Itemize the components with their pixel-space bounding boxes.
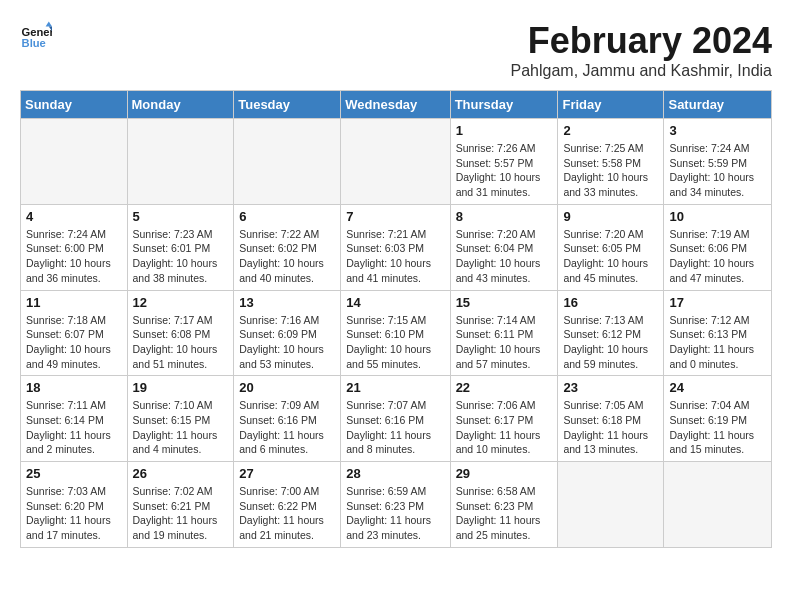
day-number: 7 — [346, 209, 444, 224]
day-number: 11 — [26, 295, 122, 310]
calendar-day-cell: 8Sunrise: 7:20 AM Sunset: 6:04 PM Daylig… — [450, 204, 558, 290]
day-number: 27 — [239, 466, 335, 481]
day-info: Sunrise: 7:14 AM Sunset: 6:11 PM Dayligh… — [456, 313, 553, 372]
calendar-day-cell: 23Sunrise: 7:05 AM Sunset: 6:18 PM Dayli… — [558, 376, 664, 462]
calendar-day-cell: 14Sunrise: 7:15 AM Sunset: 6:10 PM Dayli… — [341, 290, 450, 376]
day-number: 1 — [456, 123, 553, 138]
calendar-day-cell: 27Sunrise: 7:00 AM Sunset: 6:22 PM Dayli… — [234, 462, 341, 548]
header-day-saturday: Saturday — [664, 91, 772, 119]
calendar-week-row: 25Sunrise: 7:03 AM Sunset: 6:20 PM Dayli… — [21, 462, 772, 548]
logo-icon: General Blue — [20, 20, 52, 52]
day-info: Sunrise: 7:24 AM Sunset: 6:00 PM Dayligh… — [26, 227, 122, 286]
day-number: 3 — [669, 123, 766, 138]
calendar-day-cell: 21Sunrise: 7:07 AM Sunset: 6:16 PM Dayli… — [341, 376, 450, 462]
day-info: Sunrise: 7:20 AM Sunset: 6:05 PM Dayligh… — [563, 227, 658, 286]
day-info: Sunrise: 7:07 AM Sunset: 6:16 PM Dayligh… — [346, 398, 444, 457]
day-number: 5 — [133, 209, 229, 224]
day-number: 13 — [239, 295, 335, 310]
calendar-day-cell: 9Sunrise: 7:20 AM Sunset: 6:05 PM Daylig… — [558, 204, 664, 290]
title-area: February 2024 Pahlgam, Jammu and Kashmir… — [511, 20, 772, 80]
day-info: Sunrise: 7:12 AM Sunset: 6:13 PM Dayligh… — [669, 313, 766, 372]
calendar-day-cell — [127, 119, 234, 205]
calendar-day-cell — [558, 462, 664, 548]
day-info: Sunrise: 7:05 AM Sunset: 6:18 PM Dayligh… — [563, 398, 658, 457]
day-number: 2 — [563, 123, 658, 138]
calendar-day-cell — [234, 119, 341, 205]
day-number: 12 — [133, 295, 229, 310]
day-info: Sunrise: 7:26 AM Sunset: 5:57 PM Dayligh… — [456, 141, 553, 200]
header-day-tuesday: Tuesday — [234, 91, 341, 119]
calendar-day-cell — [21, 119, 128, 205]
day-number: 18 — [26, 380, 122, 395]
svg-text:Blue: Blue — [22, 37, 46, 49]
day-number: 9 — [563, 209, 658, 224]
calendar-day-cell: 11Sunrise: 7:18 AM Sunset: 6:07 PM Dayli… — [21, 290, 128, 376]
calendar-day-cell: 13Sunrise: 7:16 AM Sunset: 6:09 PM Dayli… — [234, 290, 341, 376]
day-number: 4 — [26, 209, 122, 224]
calendar-table: SundayMondayTuesdayWednesdayThursdayFrid… — [20, 90, 772, 548]
day-info: Sunrise: 6:59 AM Sunset: 6:23 PM Dayligh… — [346, 484, 444, 543]
day-number: 29 — [456, 466, 553, 481]
calendar-day-cell: 16Sunrise: 7:13 AM Sunset: 6:12 PM Dayli… — [558, 290, 664, 376]
day-info: Sunrise: 7:04 AM Sunset: 6:19 PM Dayligh… — [669, 398, 766, 457]
calendar-day-cell — [341, 119, 450, 205]
day-number: 17 — [669, 295, 766, 310]
day-info: Sunrise: 7:23 AM Sunset: 6:01 PM Dayligh… — [133, 227, 229, 286]
calendar-day-cell: 28Sunrise: 6:59 AM Sunset: 6:23 PM Dayli… — [341, 462, 450, 548]
calendar-day-cell: 18Sunrise: 7:11 AM Sunset: 6:14 PM Dayli… — [21, 376, 128, 462]
day-number: 16 — [563, 295, 658, 310]
calendar-week-row: 18Sunrise: 7:11 AM Sunset: 6:14 PM Dayli… — [21, 376, 772, 462]
day-info: Sunrise: 7:25 AM Sunset: 5:58 PM Dayligh… — [563, 141, 658, 200]
header: General Blue February 2024 Pahlgam, Jamm… — [20, 20, 772, 80]
day-info: Sunrise: 7:19 AM Sunset: 6:06 PM Dayligh… — [669, 227, 766, 286]
day-info: Sunrise: 7:00 AM Sunset: 6:22 PM Dayligh… — [239, 484, 335, 543]
day-number: 26 — [133, 466, 229, 481]
calendar-day-cell: 4Sunrise: 7:24 AM Sunset: 6:00 PM Daylig… — [21, 204, 128, 290]
day-info: Sunrise: 7:03 AM Sunset: 6:20 PM Dayligh… — [26, 484, 122, 543]
day-number: 20 — [239, 380, 335, 395]
day-number: 19 — [133, 380, 229, 395]
day-info: Sunrise: 7:20 AM Sunset: 6:04 PM Dayligh… — [456, 227, 553, 286]
calendar-day-cell: 6Sunrise: 7:22 AM Sunset: 6:02 PM Daylig… — [234, 204, 341, 290]
calendar-day-cell: 1Sunrise: 7:26 AM Sunset: 5:57 PM Daylig… — [450, 119, 558, 205]
day-info: Sunrise: 7:16 AM Sunset: 6:09 PM Dayligh… — [239, 313, 335, 372]
calendar-day-cell: 3Sunrise: 7:24 AM Sunset: 5:59 PM Daylig… — [664, 119, 772, 205]
header-day-friday: Friday — [558, 91, 664, 119]
day-number: 21 — [346, 380, 444, 395]
calendar-day-cell: 5Sunrise: 7:23 AM Sunset: 6:01 PM Daylig… — [127, 204, 234, 290]
day-info: Sunrise: 7:02 AM Sunset: 6:21 PM Dayligh… — [133, 484, 229, 543]
calendar-week-row: 11Sunrise: 7:18 AM Sunset: 6:07 PM Dayli… — [21, 290, 772, 376]
header-day-wednesday: Wednesday — [341, 91, 450, 119]
day-info: Sunrise: 7:10 AM Sunset: 6:15 PM Dayligh… — [133, 398, 229, 457]
day-number: 14 — [346, 295, 444, 310]
day-info: Sunrise: 7:15 AM Sunset: 6:10 PM Dayligh… — [346, 313, 444, 372]
day-number: 10 — [669, 209, 766, 224]
logo: General Blue — [20, 20, 52, 52]
svg-marker-2 — [46, 22, 52, 27]
day-info: Sunrise: 7:13 AM Sunset: 6:12 PM Dayligh… — [563, 313, 658, 372]
day-info: Sunrise: 7:24 AM Sunset: 5:59 PM Dayligh… — [669, 141, 766, 200]
calendar-day-cell: 29Sunrise: 6:58 AM Sunset: 6:23 PM Dayli… — [450, 462, 558, 548]
calendar-day-cell: 17Sunrise: 7:12 AM Sunset: 6:13 PM Dayli… — [664, 290, 772, 376]
day-number: 24 — [669, 380, 766, 395]
calendar-day-cell — [664, 462, 772, 548]
header-day-thursday: Thursday — [450, 91, 558, 119]
calendar-day-cell: 19Sunrise: 7:10 AM Sunset: 6:15 PM Dayli… — [127, 376, 234, 462]
calendar-week-row: 4Sunrise: 7:24 AM Sunset: 6:00 PM Daylig… — [21, 204, 772, 290]
day-info: Sunrise: 7:06 AM Sunset: 6:17 PM Dayligh… — [456, 398, 553, 457]
calendar-day-cell: 12Sunrise: 7:17 AM Sunset: 6:08 PM Dayli… — [127, 290, 234, 376]
location-subtitle: Pahlgam, Jammu and Kashmir, India — [511, 62, 772, 80]
day-number: 28 — [346, 466, 444, 481]
calendar-day-cell: 7Sunrise: 7:21 AM Sunset: 6:03 PM Daylig… — [341, 204, 450, 290]
calendar-week-row: 1Sunrise: 7:26 AM Sunset: 5:57 PM Daylig… — [21, 119, 772, 205]
day-info: Sunrise: 7:18 AM Sunset: 6:07 PM Dayligh… — [26, 313, 122, 372]
svg-text:General: General — [22, 26, 52, 38]
header-day-sunday: Sunday — [21, 91, 128, 119]
day-info: Sunrise: 7:17 AM Sunset: 6:08 PM Dayligh… — [133, 313, 229, 372]
day-number: 15 — [456, 295, 553, 310]
calendar-day-cell: 22Sunrise: 7:06 AM Sunset: 6:17 PM Dayli… — [450, 376, 558, 462]
calendar-day-cell: 10Sunrise: 7:19 AM Sunset: 6:06 PM Dayli… — [664, 204, 772, 290]
calendar-header-row: SundayMondayTuesdayWednesdayThursdayFrid… — [21, 91, 772, 119]
day-info: Sunrise: 7:21 AM Sunset: 6:03 PM Dayligh… — [346, 227, 444, 286]
day-number: 22 — [456, 380, 553, 395]
